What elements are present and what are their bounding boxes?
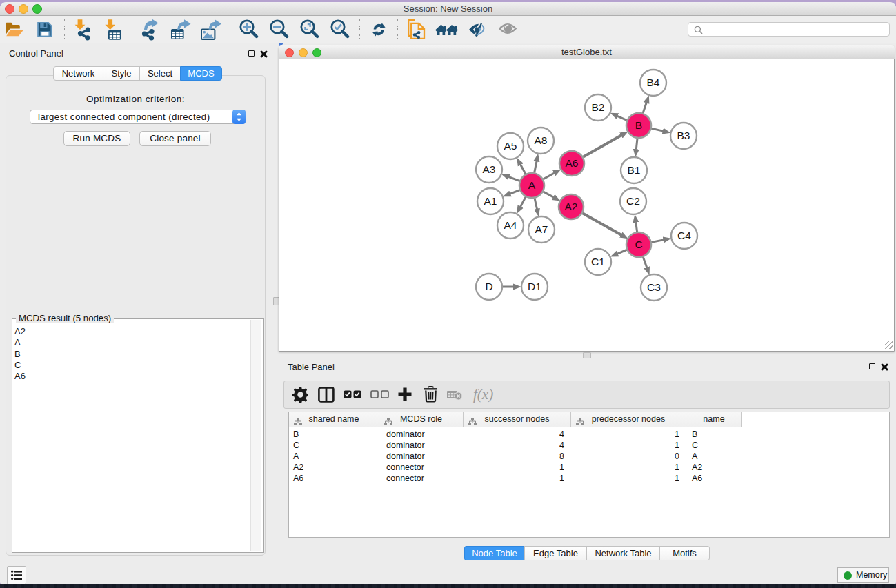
svg-text:C1: C1 [591,256,605,267]
svg-text:A4: A4 [504,219,517,231]
svg-text:C4: C4 [677,230,691,241]
svg-text:B2: B2 [592,101,605,113]
svg-text:B: B [635,119,642,131]
svg-text:D: D [485,281,492,292]
svg-text:A3: A3 [483,163,496,175]
svg-text:C: C [635,239,642,250]
svg-text:A7: A7 [535,223,548,235]
svg-text:B4: B4 [647,77,660,88]
svg-text:A8: A8 [535,134,548,146]
svg-text:A: A [528,179,536,191]
svg-text:A2: A2 [565,201,578,212]
svg-text:C3: C3 [647,281,661,293]
svg-text:A1: A1 [484,195,497,207]
svg-text:A6: A6 [566,157,579,169]
svg-text:B1: B1 [628,164,641,176]
svg-text:D1: D1 [528,281,541,292]
svg-text:C2: C2 [626,195,640,207]
svg-text:A5: A5 [504,140,517,152]
svg-text:B3: B3 [677,130,690,141]
